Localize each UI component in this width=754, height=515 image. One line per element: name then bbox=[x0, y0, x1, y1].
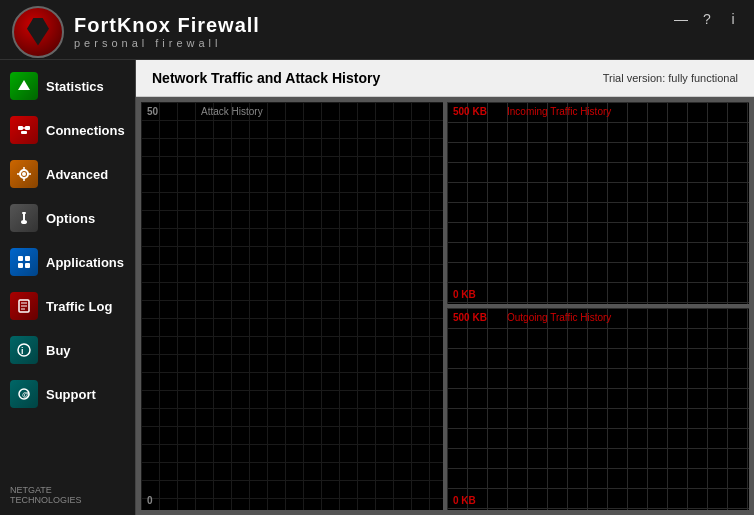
content-header: Network Traffic and Attack History Trial… bbox=[136, 60, 754, 97]
svg-rect-4 bbox=[21, 131, 27, 134]
app-subtitle: personal firewall bbox=[74, 37, 260, 49]
svg-rect-16 bbox=[18, 263, 23, 268]
svg-rect-2 bbox=[25, 126, 30, 130]
sidebar-label-buy: Buy bbox=[46, 343, 71, 358]
info-button[interactable]: i bbox=[724, 10, 742, 28]
outgoing-label-bottom: 0 KB bbox=[453, 495, 476, 506]
incoming-label-top: 500 KB bbox=[453, 106, 487, 117]
svg-text:@: @ bbox=[22, 390, 30, 399]
connections-icon bbox=[10, 116, 38, 144]
app-logo bbox=[12, 6, 64, 58]
incoming-traffic-chart: 500 KB Incoming Traffic History 0 KB bbox=[446, 101, 750, 305]
sidebar-item-traffic-log[interactable]: Traffic Log bbox=[0, 284, 135, 328]
incoming-chart-title: Incoming Traffic History bbox=[507, 106, 611, 117]
charts-container: 500 KB Incoming Traffic History 0 KB 50 … bbox=[136, 97, 754, 515]
attack-chart-title: Attack History bbox=[201, 106, 263, 117]
wrench-icon bbox=[10, 204, 38, 232]
arrow-up-icon bbox=[10, 72, 38, 100]
title-text-area: FortKnox Firewall personal firewall bbox=[74, 14, 260, 49]
attack-label-bottom: 0 bbox=[147, 495, 153, 506]
title-bar: FortKnox Firewall personal firewall — ? … bbox=[0, 0, 754, 60]
attack-label-top: 50 bbox=[147, 106, 158, 117]
sidebar-item-statistics[interactable]: Statistics bbox=[0, 64, 135, 108]
content-title: Network Traffic and Attack History bbox=[152, 70, 380, 86]
advanced-icon bbox=[10, 160, 38, 188]
sidebar: Statistics Connections bbox=[0, 60, 135, 515]
help-button[interactable]: ? bbox=[698, 10, 716, 28]
sidebar-item-connections[interactable]: Connections bbox=[0, 108, 135, 152]
svg-point-13 bbox=[21, 220, 27, 224]
content-area: Network Traffic and Attack History Trial… bbox=[135, 60, 754, 515]
svg-rect-17 bbox=[25, 263, 30, 268]
svg-point-22 bbox=[18, 344, 30, 356]
support-icon: @ bbox=[10, 380, 38, 408]
outgoing-label-top: 500 KB bbox=[453, 312, 487, 323]
sidebar-item-buy[interactable]: i Buy bbox=[0, 328, 135, 372]
app-title: FortKnox Firewall bbox=[74, 14, 260, 37]
sidebar-label-options: Options bbox=[46, 211, 95, 226]
svg-rect-15 bbox=[25, 256, 30, 261]
svg-rect-1 bbox=[18, 126, 23, 130]
sidebar-item-support[interactable]: @ Support bbox=[0, 372, 135, 416]
trial-text: Trial version: fully functional bbox=[603, 72, 738, 84]
sidebar-item-options[interactable]: Options bbox=[0, 196, 135, 240]
sidebar-item-advanced[interactable]: Advanced bbox=[0, 152, 135, 196]
outgoing-chart-title: Outgoing Traffic History bbox=[507, 312, 611, 323]
attack-history-chart: 50 Attack History 0 bbox=[140, 101, 444, 511]
sidebar-label-applications: Applications bbox=[46, 255, 124, 270]
buy-icon: i bbox=[10, 336, 38, 364]
sidebar-footer: NETGATE TECHNOLOGIES bbox=[0, 479, 135, 511]
svg-text:i: i bbox=[21, 346, 24, 356]
sidebar-label-advanced: Advanced bbox=[46, 167, 108, 182]
svg-rect-14 bbox=[18, 256, 23, 261]
svg-point-6 bbox=[22, 172, 26, 176]
svg-marker-0 bbox=[18, 80, 30, 90]
sidebar-label-connections: Connections bbox=[46, 123, 125, 138]
log-icon bbox=[10, 292, 38, 320]
sidebar-label-support: Support bbox=[46, 387, 96, 402]
minimize-button[interactable]: — bbox=[672, 10, 690, 28]
sidebar-label-statistics: Statistics bbox=[46, 79, 104, 94]
outgoing-traffic-chart: 500 KB Outgoing Traffic History 0 KB bbox=[446, 307, 750, 511]
incoming-label-bottom: 0 KB bbox=[453, 289, 476, 300]
sidebar-label-traffic-log: Traffic Log bbox=[46, 299, 112, 314]
main-layout: Statistics Connections bbox=[0, 60, 754, 515]
title-area: FortKnox Firewall personal firewall bbox=[12, 6, 260, 58]
title-controls: — ? i bbox=[672, 8, 742, 28]
apps-icon bbox=[10, 248, 38, 276]
sidebar-item-applications[interactable]: Applications bbox=[0, 240, 135, 284]
